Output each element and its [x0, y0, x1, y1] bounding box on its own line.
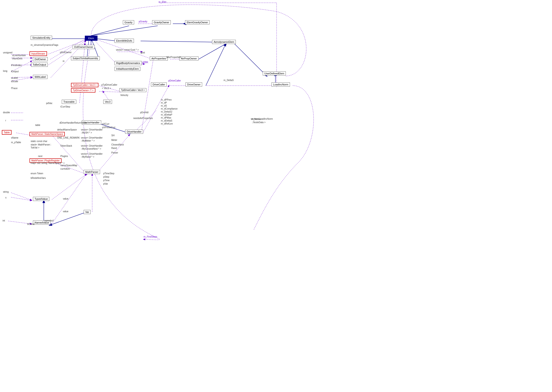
label-vectormymeter1: vector< DriveHandler	[81, 136, 102, 139]
label-vectormyclosestnext1: vector< DriveHandler	[81, 145, 102, 147]
label-vectormyrand2: ::MyRand * >	[81, 156, 94, 158]
label-bredefinevars: bRedefineVars	[31, 177, 46, 179]
label-pvar: pVar	[103, 182, 108, 185]
node-elemwithdofs[interactable]: ElemWithDofs	[115, 39, 134, 43]
label-defaultnamespace: defaultNameSpace	[57, 128, 77, 131]
svg-line-11	[96, 39, 116, 41]
svg-line-60	[11, 197, 30, 200]
label-mptable: m_pTable	[11, 141, 21, 144]
label-sinversedynamicsflags: m_sInverseDynamicsFlags	[31, 44, 58, 46]
node-userdefinedelem[interactable]: UserDefinedElem	[263, 71, 286, 76]
label-sname: sName	[11, 136, 18, 139]
svg-line-12	[141, 41, 216, 42]
label-unsigned: unsigned	[3, 51, 12, 54]
label-map: map< std::string, NameSpace * >	[31, 162, 65, 164]
label-onelinemark: ONE_LINE_REMARK	[57, 136, 80, 139]
label-tokenstack: TokenStack	[60, 145, 72, 147]
node-mathparser-staticnamespace[interactable]: MathParser::StaticNameSpace	[29, 132, 65, 136]
label-stack1: stack< MathParser::	[31, 143, 51, 146]
label-needsairproperties: needsAirProperties	[133, 117, 153, 119]
label-closestnext: ClosestNext	[111, 143, 124, 146]
node-traceable[interactable]: Traceable	[62, 100, 76, 104]
node-dofownerowner[interactable]: DofOwnerOwner	[73, 45, 95, 49]
label-int: int	[2, 219, 5, 222]
node-table[interactable]: Table	[2, 130, 12, 135]
label-mdpmax: m_dPMax	[161, 117, 171, 119]
label-value1: value	[63, 197, 68, 200]
node-dofowner[interactable]: DofOwner	[33, 57, 48, 61]
svg-line-64	[87, 41, 89, 57]
node-mathparser[interactable]: MathParser	[84, 170, 100, 174]
node-rigidbodykinematics[interactable]: RigidBodyKinematics	[115, 61, 142, 65]
label-foutput: fOutput	[11, 70, 19, 73]
node-drivecaller[interactable]: DriveCaller	[151, 82, 167, 87]
svg-line-46	[52, 175, 85, 224]
label-pxprimecurr: pXPrimeCurr	[102, 126, 116, 129]
node-airpropowner[interactable]: AirPropOwner	[179, 56, 198, 61]
svg-line-45	[52, 175, 85, 200]
label-pairproperties: pAirProperties	[167, 56, 181, 58]
label-plugins: Plugins	[60, 155, 68, 157]
label-pstep: pStep	[103, 176, 109, 178]
node-aerodynamicelem[interactable]: AerodynamicElem	[212, 40, 236, 44]
node-loadincnorm[interactable]: LoadIncNorm	[271, 82, 290, 87]
label-sh: SH	[111, 134, 115, 137]
node-gravity[interactable]: Gravity	[123, 20, 134, 24]
node-typedvalue[interactable]: TypedValue	[33, 197, 49, 201]
label-pdvac: pdVac	[46, 102, 52, 105]
label-mdcompliance: m_dCompliance	[161, 107, 177, 110]
node-vec3[interactable]: Vec3	[103, 100, 112, 104]
label-ptpldrivecaller: pTplDriveCaller	[102, 84, 117, 86]
diagram-container: Elem SimulationEntity ElemWithDofs Aerod…	[0, 0, 552, 392]
label-mdp: m_dP	[161, 102, 167, 104]
label-slinenumber: sLineNumber	[12, 54, 26, 57]
label-midim: m_iDim	[159, 1, 167, 3]
node-inputstream[interactable]: InputStream	[29, 51, 47, 56]
node-withlabel[interactable]: WithLabel	[33, 75, 47, 79]
label-mdeltas: m_DeltaS	[224, 79, 234, 82]
svg-line-28	[94, 40, 116, 64]
label-vectorgust: vector< const Gust * >	[116, 49, 139, 51]
label-in: in	[63, 60, 65, 62]
label-value2: value	[63, 210, 68, 213]
node-simulationentity[interactable]: SimulationEntity	[31, 36, 52, 40]
node-tpldrivecaller-vec3[interactable]: TplDriveCaller< Vec3 >	[71, 83, 98, 87]
node-var[interactable]: Var	[84, 210, 91, 214]
node-driveowner[interactable]: DriveOwner	[186, 82, 202, 87]
label-next: next	[38, 155, 42, 157]
svg-line-44	[16, 133, 30, 135]
node-elemgravityowner[interactable]: ElemGravityOwner	[185, 20, 210, 24]
label-staticconstchar: static const char	[31, 140, 47, 142]
node-drivehandler[interactable]: DriveHandler	[125, 130, 143, 134]
svg-line-61	[8, 221, 30, 224]
label-s: s	[5, 196, 7, 199]
label-mdreflen: m_dRefLen	[161, 122, 173, 125]
node-tpldriveowner-t[interactable]: TplDriveOwner< T >	[71, 88, 95, 92]
label-ftrace: fTrace	[11, 87, 17, 90]
label-pdrivecaller: pDriveCaller	[168, 79, 181, 82]
label-currtoken: currtoken	[60, 168, 70, 170]
node-subjecttoinitialassembly[interactable]: SubjectToInitialAssembly	[71, 56, 100, 60]
label-mds: m_dS	[161, 105, 167, 107]
label-icurrstep: iCurrStep	[60, 105, 70, 108]
label-r: r	[5, 119, 6, 122]
label-vectormymeter2: ::MyMeter * >	[81, 140, 95, 142]
label-pdofowner: pDofOwner	[60, 51, 72, 54]
label-enumtoken: enum Token	[31, 172, 43, 175]
label-mfirststeps: m_FirstSteps	[144, 236, 157, 238]
label-ifirstindex: iFirstIndex	[11, 64, 22, 67]
label-pxcurr: pXCurr	[102, 123, 109, 125]
label-ddrivehandlerreturnvalue: dDriveHandlerReturnValue	[59, 122, 87, 124]
label-mddeltap: m_dDeltaP	[161, 113, 172, 116]
node-initialassemblyelem[interactable]: InitialAssemblyElem	[115, 67, 140, 71]
node-airproperties[interactable]: AirProperties	[150, 56, 168, 61]
node-tobeoutput[interactable]: ToBeOutput	[31, 63, 48, 67]
label-double: double	[3, 111, 10, 114]
node-gravityowner[interactable]: GravityOwner	[152, 20, 171, 24]
node-tpldrivecaller-vec3b[interactable]: TplDriveCaller< Vec3 >	[119, 88, 146, 92]
label-inumdofs: iNumDofs	[12, 57, 22, 60]
label-stack2: TokVal >	[31, 146, 39, 149]
label-vectormysh1: vector< DriveHandler	[81, 128, 102, 131]
label-string: string	[3, 191, 8, 193]
node-elem[interactable]: Elem	[85, 36, 97, 41]
